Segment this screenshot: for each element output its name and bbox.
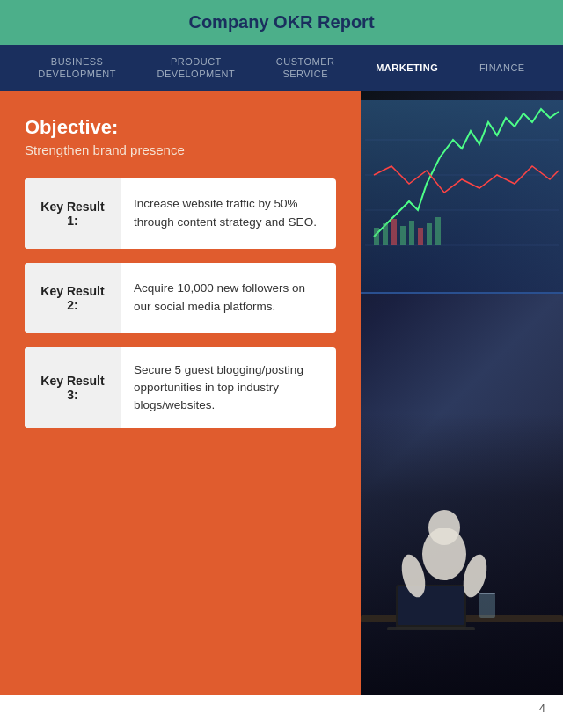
objective-subtitle: Strengthen brand presence bbox=[25, 142, 336, 157]
svg-rect-16 bbox=[479, 593, 495, 618]
nav-item-finance[interactable]: FINANCE bbox=[479, 62, 525, 74]
background-image bbox=[361, 91, 563, 695]
page-header: Company OKR Report bbox=[0, 0, 563, 45]
chart-svg bbox=[365, 105, 559, 254]
nav-item-marketing[interactable]: MARKETING bbox=[376, 62, 438, 74]
key-result-text-1: Increase website traffic by 50% through … bbox=[121, 178, 336, 249]
svg-rect-10 bbox=[427, 223, 432, 245]
svg-point-19 bbox=[428, 510, 460, 545]
svg-rect-15 bbox=[387, 627, 475, 630]
svg-rect-11 bbox=[435, 217, 441, 245]
right-panel-image bbox=[361, 91, 563, 695]
svg-rect-6 bbox=[391, 219, 397, 245]
header-title: Company OKR Report bbox=[188, 12, 374, 32]
key-result-text-3: Secure 5 guest blogging/posting opportun… bbox=[121, 347, 336, 429]
left-panel: Objective: Strengthen brand presence Key… bbox=[0, 91, 361, 695]
svg-rect-5 bbox=[383, 223, 388, 245]
key-result-label-1: Key Result 1: bbox=[25, 178, 121, 249]
nav-item-customer-service[interactable]: CUSTOMERSERVICE bbox=[276, 55, 335, 81]
page-footer: 4 bbox=[0, 695, 563, 721]
key-result-label-3: Key Result 3: bbox=[25, 347, 121, 429]
key-result-text-2: Acquire 10,000 new followers on our soci… bbox=[121, 263, 336, 333]
key-result-card-2: Key Result 2: Acquire 10,000 new followe… bbox=[25, 263, 336, 333]
nav-item-business-development[interactable]: BUSINESSDEVELOPMENT bbox=[38, 55, 116, 81]
key-result-card-1: Key Result 1: Increase website traffic b… bbox=[25, 178, 336, 249]
nav-item-product-development[interactable]: PRODUCTDEVELOPMENT bbox=[157, 55, 236, 81]
svg-rect-14 bbox=[398, 586, 464, 625]
objective-label: Objective: bbox=[25, 116, 336, 139]
main-content: Objective: Strengthen brand presence Key… bbox=[0, 91, 563, 695]
person-svg bbox=[361, 413, 563, 695]
page-number: 4 bbox=[539, 702, 545, 715]
svg-rect-8 bbox=[409, 221, 414, 245]
svg-rect-9 bbox=[418, 228, 423, 245]
person-area bbox=[361, 413, 563, 695]
screen-glow bbox=[361, 100, 563, 294]
key-result-card-3: Key Result 3: Secure 5 guest blogging/po… bbox=[25, 347, 336, 429]
navigation-bar: BUSINESSDEVELOPMENT PRODUCTDEVELOPMENT C… bbox=[0, 45, 563, 91]
svg-rect-4 bbox=[374, 228, 379, 245]
svg-rect-7 bbox=[400, 226, 406, 245]
key-result-label-2: Key Result 2: bbox=[25, 263, 121, 333]
